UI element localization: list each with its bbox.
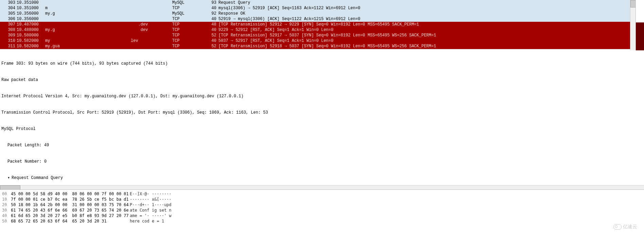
- detail-ip[interactable]: Internet Protocol Version 4, Src: my.gua…: [1, 94, 643, 99]
- col-time: 10.356000: [17, 11, 44, 16]
- hex-pane[interactable]: 0045 00 00 5d 58 d9 40 00 80 06 00 00 7f…: [0, 189, 644, 232]
- col-info: 5037 → 52917 [RST, ACK] Seq=1 Ack=1 Win=…: [218, 38, 644, 44]
- hex-ascii: here cod e = 1: [130, 218, 164, 224]
- col-info: [TCP Retransmission] 52912 → 9229 [SYN] …: [218, 22, 644, 27]
- col-info: mysql(3306) → 52919 [ACK] Seq=1163 Ack=1…: [218, 5, 644, 11]
- col-protocol: TCP: [171, 5, 203, 11]
- watermark-text: 亿速云: [623, 224, 637, 229]
- col-time: 10.351000: [17, 5, 44, 11]
- hex-bytes: 50 18 00 1b 64 2b 00 00 31 00 00 00 03 7…: [11, 202, 130, 208]
- col-length: 52: [203, 44, 218, 49]
- vscroll-thumb[interactable]: [630, 0, 636, 7]
- hex-bytes: 61 74 65 20 43 6f 6e 66 69 67 20 73 65 7…: [11, 208, 130, 213]
- col-source: m: [44, 5, 171, 11]
- col-length: 48: [203, 22, 218, 27]
- hex-ascii: ame = '· ·····' w: [130, 213, 172, 218]
- hex-ascii: ate Conf ig set n: [130, 208, 172, 213]
- detail-packet-length[interactable]: Packet Length: 49: [1, 143, 643, 148]
- col-info: Response OK: [218, 11, 644, 16]
- col-source: [44, 0, 171, 5]
- col-length: 40: [203, 5, 218, 11]
- watermark-logo-icon: [613, 224, 622, 230]
- packet-row[interactable]: 31010.582000my levTCP405037 → 52917 [RST…: [0, 38, 644, 44]
- detail-frame[interactable]: Frame 303: 93 bytes on wire (744 bits), …: [1, 61, 643, 66]
- packet-row[interactable]: 30310.351000 MySQL93Request Query: [0, 0, 644, 5]
- col-source: my.g: [44, 11, 171, 16]
- col-time: 10.356000: [17, 16, 44, 22]
- col-no: 306: [0, 16, 17, 22]
- col-length: 92: [203, 11, 218, 16]
- col-info: Request Query: [218, 0, 644, 5]
- col-protocol: MySQL: [171, 0, 203, 5]
- col-source: my.gua: [44, 44, 171, 49]
- col-length: 40: [203, 38, 218, 44]
- hex-offset: 40: [2, 213, 11, 218]
- col-source: my lev: [44, 38, 171, 44]
- hex-ascii: E··]X·@· ········: [130, 191, 172, 197]
- col-length: 40: [203, 16, 218, 22]
- hex-row[interactable]: 5068 65 72 65 20 63 6f 64 65 20 3d 20 31…: [2, 218, 642, 224]
- col-source: .dev: [44, 22, 171, 27]
- packet-row[interactable]: 30710.487000 .devTCP48[TCP Retransmissio…: [0, 22, 644, 27]
- col-no: 305: [0, 11, 17, 16]
- col-time: 10.488000: [17, 27, 44, 33]
- col-no: 303: [0, 0, 17, 5]
- col-length: 40: [203, 27, 218, 33]
- col-time: 10.351000: [17, 0, 44, 5]
- col-length: 93: [203, 0, 218, 5]
- detail-tcp[interactable]: Transmission Control Protocol, Src Port:…: [1, 110, 643, 115]
- hex-row[interactable]: 4061 6d 65 20 3d 20 27 e5 b0 8f e8 93 9d…: [2, 213, 642, 218]
- hex-bytes: 45 00 00 5d 58 d9 40 00 80 06 00 00 7f 0…: [11, 191, 130, 197]
- col-info: 52919 → mysql(3306) [ACK] Seq=1122 Ack=1…: [218, 16, 644, 22]
- col-no: 310: [0, 38, 17, 44]
- col-info: 9229 → 52912 [RST, ACK] Seq=1 Ack=1 Win=…: [218, 27, 644, 33]
- hex-row[interactable]: 2050 18 00 1b 64 2b 00 00 31 00 00 00 03…: [2, 202, 642, 208]
- hex-ascii: ········ x&[·····: [130, 197, 172, 202]
- hex-bytes: 7f 00 00 01 ce b7 0c ea 78 26 5b ce f5 b…: [11, 197, 130, 202]
- packet-list-vscrollbar[interactable]: [630, 0, 636, 50]
- watermark: 亿速云: [613, 224, 637, 230]
- col-source: [44, 16, 171, 22]
- hex-row[interactable]: 107f 00 00 01 ce b7 0c ea 78 26 5b ce f5…: [2, 197, 642, 202]
- packet-row[interactable]: 30410.351000m TCP40mysql(3306) → 52919 […: [0, 5, 644, 11]
- col-protocol: TCP: [171, 27, 203, 33]
- col-no: 311: [0, 44, 17, 49]
- packet-row[interactable]: 30510.356000my.g MySQL92Response OK: [0, 11, 644, 16]
- hex-offset: 20: [2, 202, 11, 208]
- hex-row[interactable]: 3061 74 65 20 43 6f 6e 66 69 67 20 73 65…: [2, 208, 642, 213]
- packet-row[interactable]: 30610.356000 TCP4052919 → mysql(3306) [A…: [0, 16, 644, 22]
- packet-row[interactable]: 30910.580000 TCP52[TCP Retransmission] 5…: [0, 33, 644, 38]
- packet-minimap[interactable]: [636, 0, 644, 50]
- packet-row[interactable]: 31110.582000my.gua TCP52[TCP Retransmiss…: [0, 44, 644, 49]
- col-protocol: TCP: [171, 38, 203, 44]
- col-info: [TCP Retransmission] 52917 → 5037 [SYN] …: [218, 33, 644, 38]
- col-protocol: TCP: [171, 33, 203, 38]
- col-no: 308: [0, 27, 17, 33]
- packet-list[interactable]: 30310.351000 MySQL93Request Query30410.3…: [0, 0, 644, 49]
- hex-bytes: 68 65 72 65 20 63 6f 64 65 20 3d 20 31: [11, 218, 130, 224]
- col-info: [TCP Retransmission] 52918 → 5037 [SYN] …: [218, 44, 644, 49]
- col-source: my.g dev: [44, 27, 171, 33]
- hex-row[interactable]: 0045 00 00 5d 58 d9 40 00 80 06 00 00 7f…: [2, 191, 642, 197]
- col-time: 10.582000: [17, 38, 44, 44]
- col-protocol: TCP: [171, 22, 203, 27]
- col-time: 10.580000: [17, 33, 44, 38]
- hex-bytes: 61 6d 65 20 3d 20 27 e5 b0 8f e8 93 9d 2…: [11, 213, 130, 218]
- detail-request-command[interactable]: Request Command Query: [1, 175, 643, 181]
- hex-offset: 00: [2, 191, 11, 197]
- col-source: [44, 33, 171, 38]
- col-time: 10.487000: [17, 22, 44, 27]
- col-protocol: TCP: [171, 16, 203, 22]
- hex-ascii: P···d+·· 1····upd: [130, 202, 172, 208]
- col-length: 52: [203, 33, 218, 38]
- packet-row[interactable]: 30810.488000my.g devTCP409229 → 52912 [R…: [0, 27, 644, 33]
- detail-mysql[interactable]: MySQL Protocol: [1, 126, 643, 132]
- detail-raw[interactable]: Raw packet data: [1, 77, 643, 83]
- hex-offset: 30: [2, 208, 11, 213]
- detail-packet-number[interactable]: Packet Number: 0: [1, 159, 643, 164]
- hex-offset: 50: [2, 218, 11, 224]
- col-protocol: TCP: [171, 44, 203, 49]
- col-protocol: MySQL: [171, 11, 203, 16]
- hex-offset: 10: [2, 197, 11, 202]
- col-no: 304: [0, 5, 17, 11]
